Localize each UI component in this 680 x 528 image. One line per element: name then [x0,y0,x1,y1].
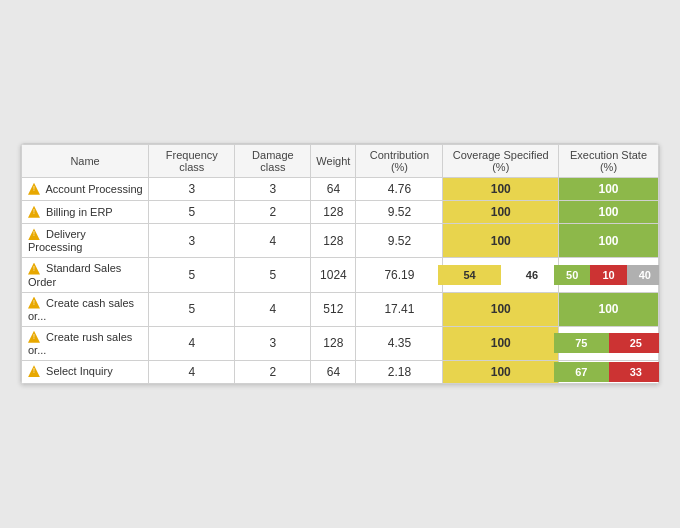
cell-execution: 75 25 [559,326,659,360]
cell-weight: 128 [311,201,356,224]
cell-contribution: 4.76 [356,178,443,201]
cell-contribution: 76.19 [356,258,443,292]
main-table-container: Name Frequency class Damage class Weight… [20,143,660,384]
coverage-part-1: 54 [438,265,500,285]
col-header-contribution: Contribution (%) [356,145,443,178]
data-table: Name Frequency class Damage class Weight… [21,144,659,383]
cell-execution: 50 10 40 [559,258,659,292]
table-row: Create cash sales or...5451217.41100100 [22,292,659,326]
cell-execution: 67 33 [559,360,659,383]
table-row: Billing in ERP521289.52100100 [22,201,659,224]
warning-icon [28,206,40,218]
table-row: Create rush sales or...431284.35100 75 2… [22,326,659,360]
table-row: Select Inquiry42642.18100 67 33 [22,360,659,383]
warning-icon [28,365,40,377]
execution-part-1: 50 [554,265,590,285]
execution-part-2: 33 [609,362,660,382]
cell-contribution: 9.52 [356,201,443,224]
warning-icon [28,228,40,240]
cell-weight: 128 [311,224,356,258]
header-row: Name Frequency class Damage class Weight… [22,145,659,178]
execution-part-3: 40 [627,265,660,285]
cell-coverage: 100 [443,201,559,224]
cell-name: Create rush sales or... [22,326,149,360]
col-header-damage: Damage class [235,145,311,178]
cell-freq: 4 [149,360,235,383]
cell-contribution: 4.35 [356,326,443,360]
table-row: Delivery Processing341289.52100100 [22,224,659,258]
cell-damage: 3 [235,326,311,360]
cell-freq: 5 [149,201,235,224]
cell-coverage: 100 [443,360,559,383]
cell-weight: 64 [311,360,356,383]
table-row: Standard Sales Order55102476.19 54 46 50… [22,258,659,292]
cell-execution: 100 [559,292,659,326]
execution-part-1: 67 [554,362,608,382]
cell-freq: 5 [149,258,235,292]
execution-part-2: 25 [609,333,660,353]
col-header-weight: Weight [311,145,356,178]
cell-damage: 2 [235,360,311,383]
cell-freq: 3 [149,178,235,201]
cell-damage: 4 [235,292,311,326]
cell-coverage: 54 46 [443,258,559,292]
cell-coverage: 100 [443,224,559,258]
cell-damage: 5 [235,258,311,292]
cell-damage: 2 [235,201,311,224]
cell-contribution: 2.18 [356,360,443,383]
cell-damage: 4 [235,224,311,258]
cell-name: Delivery Processing [22,224,149,258]
cell-name: Select Inquiry [22,360,149,383]
cell-weight: 128 [311,326,356,360]
table-row: Account Processing33644.76100100 [22,178,659,201]
cell-coverage: 100 [443,178,559,201]
cell-name: Create cash sales or... [22,292,149,326]
col-header-execution: Execution State (%) [559,145,659,178]
cell-coverage: 100 [443,326,559,360]
cell-weight: 64 [311,178,356,201]
cell-name: Standard Sales Order [22,258,149,292]
cell-weight: 1024 [311,258,356,292]
col-header-freq: Frequency class [149,145,235,178]
cell-name: Account Processing [22,178,149,201]
cell-freq: 5 [149,292,235,326]
cell-name: Billing in ERP [22,201,149,224]
cell-weight: 512 [311,292,356,326]
cell-contribution: 9.52 [356,224,443,258]
col-header-name: Name [22,145,149,178]
cell-freq: 3 [149,224,235,258]
warning-icon [28,263,40,275]
cell-freq: 4 [149,326,235,360]
execution-part-1: 75 [554,333,608,353]
warning-icon [28,331,40,343]
col-header-coverage: Coverage Specified (%) [443,145,559,178]
execution-part-2: 10 [590,265,626,285]
cell-contribution: 17.41 [356,292,443,326]
cell-coverage: 100 [443,292,559,326]
cell-execution: 100 [559,178,659,201]
cell-execution: 100 [559,224,659,258]
cell-damage: 3 [235,178,311,201]
warning-icon [28,183,40,195]
cell-execution: 100 [559,201,659,224]
warning-icon [28,297,40,309]
